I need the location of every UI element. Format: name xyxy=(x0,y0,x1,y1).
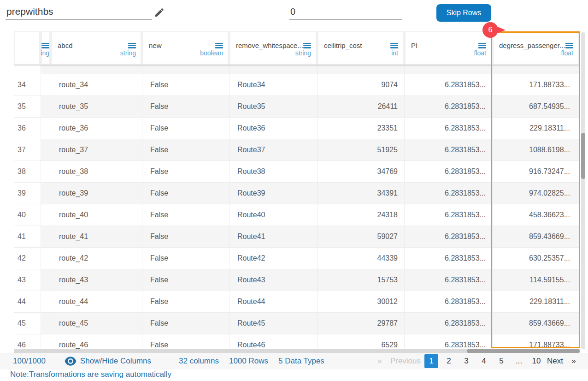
cell-remove_whitespace[interactable]: Route46 xyxy=(237,334,316,349)
cell-num[interactable]: 45 xyxy=(18,313,35,334)
cell-abcd[interactable]: route_40 xyxy=(59,204,141,226)
cell-pi[interactable]: 6.2831853... xyxy=(404,226,486,248)
pagination-page-2[interactable]: 2 xyxy=(442,354,456,368)
cell-new[interactable]: False xyxy=(150,161,228,183)
cell-ceilitrip_cost[interactable]: 24318 xyxy=(317,204,398,226)
cell-pi[interactable]: 6.2831853... xyxy=(404,118,486,139)
column-menu-icon[interactable] xyxy=(303,43,311,48)
edit-dataset-name-button[interactable] xyxy=(153,6,166,19)
cell-pi[interactable]: 6.2831853... xyxy=(404,269,486,291)
skip-rows-button[interactable]: Skip Rows xyxy=(436,4,491,22)
cell-ceilitrip_cost[interactable]: 9074 xyxy=(317,74,398,96)
column-header-ing[interactable]: ing xyxy=(42,32,49,64)
cell-new[interactable]: False xyxy=(150,291,228,313)
cell-remove_whitespace[interactable]: Route37 xyxy=(237,139,316,161)
cell-remove_whitespace[interactable]: Route40 xyxy=(237,204,316,226)
cell-pi[interactable]: 6.2831853... xyxy=(404,248,486,269)
pagination-previous[interactable]: Previous xyxy=(390,354,421,368)
cell-new[interactable]: False xyxy=(150,204,228,226)
cell-remove_whitespace[interactable]: Route35 xyxy=(237,96,316,118)
pagination-next[interactable]: Next xyxy=(547,354,563,368)
cell-new[interactable]: False xyxy=(150,183,228,204)
column-header-ceilitrip_cost[interactable]: ceilitrip_costint xyxy=(318,32,403,64)
cell-degress_passenger[interactable]: 229.18311... xyxy=(492,118,570,139)
pagination-next-arrow[interactable]: » xyxy=(567,354,581,368)
cell-new[interactable]: False xyxy=(150,334,228,349)
cell-degress_passenger[interactable]: 114.59155... xyxy=(492,269,570,291)
cell-abcd[interactable]: route_44 xyxy=(59,291,141,313)
cell-degress_passenger[interactable]: 974.02825... xyxy=(492,183,570,204)
cell-abcd[interactable]: route_37 xyxy=(59,139,141,161)
vertical-scrollbar-track[interactable] xyxy=(581,32,585,349)
pagination-page-1[interactable]: 1 xyxy=(424,354,438,368)
cell-ceilitrip_cost[interactable]: 6529 xyxy=(317,334,398,349)
cell-pi[interactable]: 6.2831853... xyxy=(404,161,486,183)
cell-ceilitrip_cost[interactable]: 34391 xyxy=(317,183,398,204)
cell-num[interactable]: 34 xyxy=(18,74,35,96)
column-header-new[interactable]: newboolean xyxy=(143,32,228,64)
cell-new[interactable]: False xyxy=(150,269,228,291)
cell-abcd[interactable]: route_38 xyxy=(59,161,141,183)
cell-abcd[interactable]: route_45 xyxy=(59,313,141,334)
cell-num[interactable]: 37 xyxy=(18,139,35,161)
cell-degress_passenger[interactable]: 1088.6198... xyxy=(492,139,570,161)
cell-remove_whitespace[interactable]: Route41 xyxy=(237,226,316,248)
cell-remove_whitespace[interactable]: Route36 xyxy=(237,118,316,139)
cell-abcd[interactable]: route_34 xyxy=(59,74,141,96)
cell-remove_whitespace[interactable]: Route43 xyxy=(237,269,316,291)
cell-new[interactable]: False xyxy=(150,118,228,139)
show-hide-columns-button[interactable]: Show/Hide Columns xyxy=(65,353,151,369)
cell-abcd[interactable]: route_35 xyxy=(59,96,141,118)
cell-abcd[interactable]: route_41 xyxy=(59,226,141,248)
cell-pi[interactable]: 6.2831853... xyxy=(404,183,486,204)
cell-abcd[interactable]: route_43 xyxy=(59,269,141,291)
column-menu-icon[interactable] xyxy=(390,43,398,48)
cell-num[interactable]: 40 xyxy=(18,204,35,226)
column-menu-icon[interactable] xyxy=(478,43,486,48)
cell-degress_passenger[interactable]: 171.88733... xyxy=(492,74,570,96)
cell-degress_passenger[interactable]: 171.88733... xyxy=(492,334,570,349)
cell-degress_passenger[interactable]: 229.18311... xyxy=(492,291,570,313)
cell-ceilitrip_cost[interactable]: 15753 xyxy=(317,269,398,291)
skip-rows-input[interactable] xyxy=(289,4,402,20)
cell-abcd[interactable]: route_39 xyxy=(59,183,141,204)
cell-pi[interactable]: 6.2831853... xyxy=(404,139,486,161)
cell-num[interactable]: 41 xyxy=(18,226,35,248)
column-menu-icon[interactable] xyxy=(41,43,49,48)
pagination-page-3[interactable]: 3 xyxy=(459,354,473,368)
pagination-page-10[interactable]: 10 xyxy=(529,354,543,368)
cell-degress_passenger[interactable]: 859.43669... xyxy=(492,226,570,248)
cell-degress_passenger[interactable]: 916.73247... xyxy=(492,161,570,183)
cell-new[interactable]: False xyxy=(150,139,228,161)
cell-ceilitrip_cost[interactable]: 26411 xyxy=(317,96,398,118)
cell-abcd[interactable]: route_42 xyxy=(59,248,141,269)
column-header-remove_whitespace[interactable]: remove_whitespace...string xyxy=(230,32,316,64)
cell-degress_passenger[interactable]: 859.43669... xyxy=(492,313,570,334)
cell-remove_whitespace[interactable]: Route38 xyxy=(237,161,316,183)
cell-pi[interactable]: 6.2831853... xyxy=(404,204,486,226)
cell-num[interactable]: 35 xyxy=(18,96,35,118)
column-header-abcd[interactable]: abcdstring xyxy=(52,32,141,64)
vertical-scrollbar-thumb[interactable] xyxy=(581,133,585,179)
column-menu-icon[interactable] xyxy=(128,43,136,48)
cell-pi[interactable]: 6.2831853... xyxy=(404,291,486,313)
cell-pi[interactable]: 6.2831853... xyxy=(404,74,486,96)
cell-abcd[interactable]: route_46 xyxy=(59,334,141,349)
cell-pi[interactable]: 6.2831853... xyxy=(404,334,486,349)
column-menu-icon[interactable] xyxy=(565,43,573,48)
cell-pi[interactable]: 6.2831853... xyxy=(404,313,486,334)
cell-num[interactable]: 39 xyxy=(18,183,35,204)
cell-new[interactable]: False xyxy=(150,74,228,96)
column-menu-icon[interactable] xyxy=(215,43,223,48)
cell-ceilitrip_cost[interactable]: 30012 xyxy=(317,291,398,313)
cell-remove_whitespace[interactable]: Route44 xyxy=(237,291,316,313)
cell-degress_passenger[interactable]: 630.25357... xyxy=(492,248,570,269)
cell-remove_whitespace[interactable]: Route34 xyxy=(237,74,316,96)
cell-num[interactable]: 42 xyxy=(18,248,35,269)
cell-abcd[interactable]: route_36 xyxy=(59,118,141,139)
cell-degress_passenger[interactable]: 458.36623... xyxy=(492,204,570,226)
cell-remove_whitespace[interactable]: Route39 xyxy=(237,183,316,204)
cell-num[interactable]: 44 xyxy=(18,291,35,313)
cell-ceilitrip_cost[interactable]: 29787 xyxy=(317,313,398,334)
cell-remove_whitespace[interactable]: Route42 xyxy=(237,248,316,269)
